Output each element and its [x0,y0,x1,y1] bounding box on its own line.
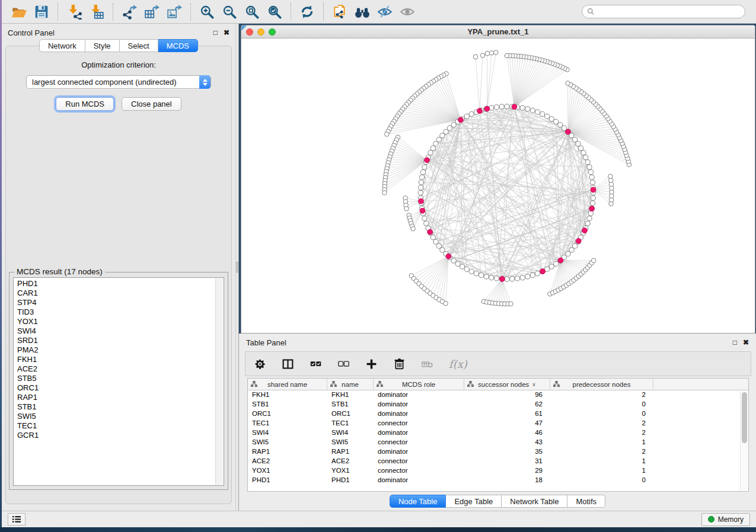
graph-hub-node[interactable] [566,129,571,134]
mcds-result-item[interactable]: GCR1 [17,431,224,440]
criterion-select[interactable]: largest connected component (undirected) [26,75,211,89]
mcds-result-item[interactable]: YOX1 [17,317,224,326]
table-cell[interactable]: dominator [374,447,464,457]
table-cell[interactable]: 29 [464,466,550,476]
table-cell[interactable]: PHD1 [327,476,374,485]
table-cell[interactable]: 62 [464,400,550,409]
tab-select[interactable]: Select [120,39,158,52]
float-table-panel-icon[interactable]: □ [733,338,737,347]
table-row[interactable]: ORC1ORC1dominator610 [248,409,748,419]
search-input[interactable] [595,8,740,16]
mcds-result-item[interactable]: FKH1 [17,355,224,364]
graph-node[interactable] [588,169,593,174]
table-cell[interactable]: 61 [464,409,550,419]
graph-hub-node[interactable] [420,208,425,213]
table-cell[interactable]: connector [374,457,464,466]
graph-node[interactable] [464,267,469,271]
close-panel-icon[interactable]: ✖ [224,28,229,37]
split-columns-button[interactable] [282,355,294,373]
graph-hub-node[interactable] [419,198,424,204]
table-cell[interactable]: RAP1 [248,447,327,457]
close-panel-button[interactable]: Close panel [122,97,181,111]
mcds-result-item[interactable]: CAR1 [17,289,224,298]
graph-hub-node[interactable] [446,254,451,259]
table-row[interactable]: PHD1PHD1dominator180 [248,476,748,485]
tab-network[interactable]: Network [39,39,85,52]
mcds-result-item[interactable]: TEC1 [17,421,224,431]
table-cell[interactable]: YOX1 [248,466,327,476]
graph-node[interactable] [444,129,448,134]
tab-node-table[interactable]: Node Table [390,495,446,508]
refresh-button[interactable] [296,2,318,22]
graph-hub-node[interactable] [558,258,563,263]
graph-node[interactable] [464,114,469,118]
graph-node[interactable] [576,142,580,146]
graph-node[interactable] [484,274,489,279]
tab-edge-table[interactable]: Edge Table [446,495,502,508]
graph-node[interactable] [549,117,554,121]
mcds-result-item[interactable]: PHD1 [17,279,224,289]
graph-node[interactable] [540,112,545,117]
graph-node[interactable] [520,105,525,110]
table-cell[interactable]: 35 [464,447,550,457]
open-button[interactable] [8,2,30,22]
table-scrollbar[interactable] [740,391,748,491]
import-network-button[interactable] [63,2,85,22]
graph-hub-node[interactable] [425,158,430,163]
table-cell[interactable]: STB1 [248,400,327,409]
find-button[interactable] [351,2,374,22]
graph-node[interactable] [469,269,474,274]
graph-node[interactable] [585,160,590,165]
graph-node[interactable] [545,114,550,118]
table-cell[interactable]: YOX1 [327,466,374,476]
table-row[interactable]: ACE2ACE2connector311 [248,457,748,466]
graph-node[interactable] [581,150,586,155]
graph-node[interactable] [418,190,423,195]
graph-hub-node[interactable] [589,206,595,211]
graph-node[interactable] [382,191,387,196]
graph-node[interactable] [499,104,504,109]
graph-node[interactable] [535,110,540,114]
table-scrollbar-thumb[interactable] [742,392,747,443]
tab-mcds[interactable]: MCDS [158,39,198,52]
table-cell[interactable]: dominator [374,409,464,419]
graph-hub-node[interactable] [484,106,490,111]
graph-node[interactable] [525,274,530,279]
window-close-icon[interactable] [246,28,253,36]
table-cell[interactable]: connector [374,438,464,447]
graph-node[interactable] [591,258,596,263]
mcds-result-item[interactable]: STB1 [17,402,224,412]
column-header-name[interactable]: name [327,379,374,390]
table-cell[interactable]: 2 [550,419,653,428]
graph-node[interactable] [474,271,479,275]
network-graph[interactable] [241,39,755,333]
graph-node[interactable] [455,261,460,266]
graph-node[interactable] [588,211,593,216]
graph-node[interactable] [525,107,530,111]
table-cell[interactable]: dominator [374,476,464,485]
graph-node[interactable] [530,108,535,113]
mcds-result-item[interactable]: SWI5 [17,412,224,421]
table-cell[interactable]: SWI5 [327,438,374,447]
graph-node[interactable] [589,175,594,180]
graph-node[interactable] [444,301,448,306]
graph-node[interactable] [440,133,445,138]
export-table-button[interactable] [141,2,163,22]
graph-hub-node[interactable] [512,104,517,110]
graph-node[interactable] [505,53,509,58]
float-panel-icon[interactable]: □ [213,28,218,37]
tab-motifs[interactable]: Motifs [567,495,605,508]
graph-node[interactable] [494,105,499,110]
table-cell[interactable]: FKH1 [248,390,327,400]
graph-node[interactable] [411,226,416,231]
mcds-result-item[interactable]: TID3 [17,307,224,317]
zoom-selected-button[interactable] [263,2,286,22]
table-cell[interactable]: 0 [550,476,653,485]
table-row[interactable]: SWI5SWI5connector431 [248,438,748,447]
export-network-button[interactable] [118,2,141,22]
graph-node[interactable] [469,112,474,117]
add-column-button[interactable] [365,355,378,373]
zoom-in-button[interactable] [196,2,218,22]
graph-node[interactable] [451,258,456,263]
graph-node[interactable] [590,201,595,206]
